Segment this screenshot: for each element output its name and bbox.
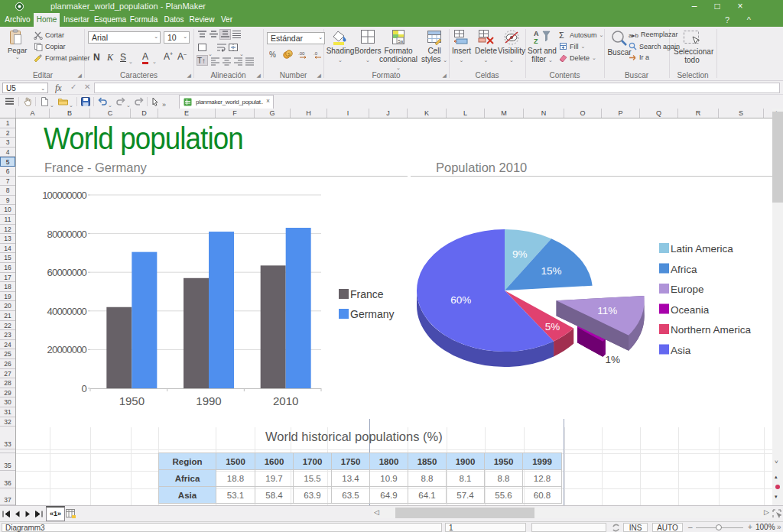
row-header-19[interactable]: 19 (0, 292, 15, 302)
merge-cells-button[interactable] (228, 43, 239, 52)
open-document-icon[interactable] (58, 97, 68, 105)
repeat-icon[interactable] (135, 97, 144, 105)
sort-filter-button[interactable]: AZSort and filter ⌄ (527, 29, 557, 64)
horizontal-scrollbar[interactable]: ◁ ▷ (372, 508, 771, 518)
remove-decimal-button[interactable]: .0 (312, 50, 323, 59)
redo-icon[interactable] (116, 97, 125, 105)
row-header-27[interactable]: 27 (0, 369, 15, 379)
vertical-scrollbar[interactable]: ˄ ˅ ▴ ▾ (772, 109, 783, 505)
cell-reference-box[interactable]: U5⌄ (2, 83, 48, 93)
row-header-13[interactable]: 13 (0, 234, 15, 244)
formula-cancel-icon[interactable]: ✕ (84, 83, 90, 91)
row-header-35[interactable]: 35 (0, 453, 15, 471)
dialog-launcher-icon[interactable]: ◢ (443, 73, 447, 79)
row-header-31[interactable]: 31 (0, 407, 15, 417)
align-left-button[interactable] (210, 57, 220, 66)
row-header-10[interactable]: 10 (0, 205, 15, 215)
column-header-Q[interactable]: Q (640, 109, 678, 118)
document-tab-close-icon[interactable]: × (266, 97, 270, 105)
row-header-21[interactable]: 21 (0, 311, 15, 321)
row-header-17[interactable]: 17 (0, 273, 15, 283)
menu-tab-archivo[interactable]: Archivo (2, 13, 34, 27)
row-header-7[interactable]: 7 (0, 177, 15, 187)
font-color-dropdown-icon[interactable]: ⌄ (152, 53, 157, 66)
paste-button[interactable]: Pegar⌄ (8, 29, 27, 60)
row-header-5[interactable]: 5 (0, 157, 15, 167)
first-sheet-button[interactable] (2, 511, 11, 517)
row-header-23[interactable]: 23 (0, 330, 15, 340)
align-justify-button[interactable] (245, 57, 255, 66)
font-name-combo[interactable]: Arial⌄ (88, 31, 161, 44)
conditional-format-button[interactable]: 5aFormato condicional ⌄ (377, 29, 420, 73)
select-pointer-icon[interactable] (151, 97, 159, 106)
menu-icon[interactable] (5, 97, 15, 105)
row-header-22[interactable]: 22 (0, 321, 15, 331)
zoom-out-icon[interactable]: – (688, 523, 693, 531)
row-header-14[interactable]: 14 (0, 244, 15, 254)
number-format-combo[interactable]: Estándar⌄ (267, 32, 325, 44)
new-sheet-icon[interactable] (66, 509, 76, 519)
column-header-B[interactable]: B (50, 109, 90, 118)
row-header-24[interactable]: 24 (0, 340, 15, 350)
status-ins-mode[interactable]: INS (623, 523, 648, 532)
font-size-combo[interactable]: 10⌄ (164, 31, 190, 44)
shading-button[interactable]: Shading⌄ (325, 29, 356, 64)
row-header-6[interactable]: 6 (0, 167, 15, 177)
dialog-launcher-icon[interactable]: ◢ (317, 73, 321, 79)
cut-button[interactable]: Cortar (34, 31, 64, 40)
row-header-1[interactable]: 1 (0, 118, 15, 128)
cell-styles-button[interactable]: Cell styles ⌄ (420, 29, 449, 64)
grow-font-button[interactable]: A+ (164, 49, 173, 63)
scroll-left-icon[interactable]: ◁ (374, 508, 379, 516)
currency-format-button[interactable]: S (283, 50, 293, 59)
text-orientation-button[interactable]: T↑ (197, 56, 207, 65)
column-header-G[interactable]: G (255, 109, 291, 118)
vertical-scroll-thumb[interactable] (772, 112, 783, 203)
column-header-O[interactable]: O (564, 109, 602, 118)
row-header-29[interactable]: 29 (0, 388, 15, 398)
split-marker-icon[interactable] (775, 485, 780, 489)
row-header-4[interactable]: 4 (0, 148, 15, 157)
menu-tab-home[interactable]: Home (34, 13, 60, 27)
sync-icon[interactable] (612, 524, 620, 532)
select-all-corner[interactable] (0, 109, 16, 118)
row-header-12[interactable]: 12 (0, 225, 15, 235)
align-middle-button[interactable] (209, 30, 219, 39)
menu-tab-ver[interactable]: Ver (216, 13, 237, 27)
underline-dropdown-icon[interactable]: ⌄ (128, 53, 133, 66)
align-right-button[interactable] (233, 57, 243, 66)
zoom-slider-knob[interactable] (716, 524, 722, 530)
row-header-32[interactable]: 32 (0, 417, 15, 427)
insert-cells-button[interactable]: Insert⌄ (449, 29, 474, 64)
status-auto-mode[interactable]: AUTO (652, 523, 683, 532)
column-header-L[interactable]: L (447, 109, 485, 118)
column-headers[interactable]: ABCDEFGHIJKLMNOPQRS (0, 109, 772, 118)
save-icon[interactable] (81, 97, 90, 106)
scroll-down-icon[interactable]: ˅ (775, 459, 778, 466)
visibility-button[interactable]: Visibility⌄ (497, 29, 526, 64)
minimize-button[interactable]: – (683, 0, 706, 13)
row-header-3[interactable]: 3 (0, 138, 15, 148)
dialog-launcher-icon[interactable]: ◢ (78, 73, 82, 79)
bar-chart[interactable]: 0200000004000000060000000800000001000000… (42, 190, 408, 428)
zoom-in-icon[interactable]: + (748, 523, 752, 531)
select-objects-icon[interactable] (772, 509, 781, 518)
font-color-button[interactable]: A (142, 49, 148, 63)
row-header-8[interactable]: 8 (0, 186, 15, 196)
status-more-icon[interactable]: » (777, 523, 781, 531)
underline-button[interactable]: S (120, 50, 126, 63)
align-top-button[interactable] (197, 30, 207, 39)
justify-vertical-button[interactable] (232, 30, 242, 39)
prev-sheet-button[interactable] (13, 511, 21, 517)
row-header-9[interactable]: 9 (0, 196, 15, 206)
help-icon[interactable]: ? (725, 13, 729, 27)
shrink-font-button[interactable]: A– (177, 49, 187, 63)
goto-button[interactable]: Ir a (629, 54, 649, 61)
menu-tab-insertar[interactable]: Insertar (60, 13, 93, 27)
dialog-launcher-icon[interactable]: ◢ (257, 73, 261, 79)
maximize-button[interactable]: □ (706, 0, 729, 13)
row-header-18[interactable]: 18 (0, 282, 15, 292)
select-all-button[interactable]: Seleccionar todo (674, 29, 710, 64)
italic-button[interactable]: K (107, 50, 113, 63)
add-decimal-button[interactable]: .00 (298, 50, 310, 59)
